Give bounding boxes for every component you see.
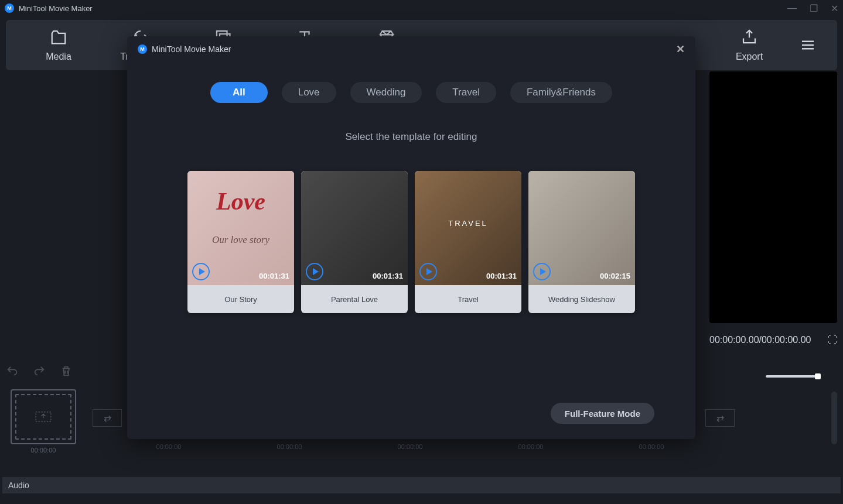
timeline-tools	[6, 365, 73, 378]
tool-export-label: Export	[736, 52, 763, 62]
app-title: MiniTool Movie Maker	[19, 4, 93, 13]
trash-icon[interactable]	[60, 365, 73, 378]
template-duration: 00:01:31	[259, 272, 289, 280]
modal-logo-icon: M	[138, 44, 147, 54]
template-duration: 00:02:15	[600, 272, 630, 280]
minimize-button[interactable]: —	[787, 3, 797, 13]
fullscreen-icon[interactable]: ⛶	[828, 335, 837, 345]
category-tabs: All Love Wedding Travel Family&Friends	[127, 82, 695, 103]
preview-panel[interactable]	[709, 71, 837, 323]
template-name: Travel	[415, 285, 521, 313]
full-feature-mode-button[interactable]: Full-Feature Mode	[551, 403, 654, 424]
close-button[interactable]: ✕	[831, 3, 838, 14]
timeline-marker: 00:00:00	[496, 443, 566, 450]
folder-icon	[50, 28, 67, 46]
play-icon[interactable]	[192, 263, 210, 280]
tool-media-label: Media	[46, 52, 71, 62]
template-grid: Love Our love story 00:01:31 Our Story 0…	[127, 171, 695, 313]
import-icon	[35, 411, 52, 423]
play-icon[interactable]	[533, 263, 551, 280]
play-icon[interactable]	[419, 263, 437, 280]
template-name: Parental Love	[301, 285, 408, 313]
category-wedding[interactable]: Wedding	[350, 82, 422, 103]
app-logo-icon: M	[5, 4, 14, 13]
modal-close-button[interactable]: ✕	[676, 43, 685, 56]
category-family-friends[interactable]: Family&Friends	[510, 82, 612, 103]
undo-icon[interactable]	[6, 365, 19, 378]
template-name: Our Story	[187, 285, 294, 313]
template-duration: 00:01:31	[486, 272, 517, 280]
preview-time: 00:00:00.00/00:00:00.00 ⛶	[709, 335, 837, 345]
tool-export[interactable]: Export	[708, 28, 790, 62]
timeline-scrollbar[interactable]	[831, 392, 837, 444]
maximize-button[interactable]: ❐	[810, 3, 818, 14]
clip-slot[interactable]	[11, 389, 76, 444]
timeline-marker: 00:00:00	[375, 443, 445, 450]
modal-prompt: Select the template for editing	[127, 131, 695, 143]
preview-time-text: 00:00:00.00/00:00:00.00	[709, 335, 811, 345]
template-thumbnail: 00:02:15	[528, 171, 635, 285]
modal-header: M MiniTool Movie Maker ✕	[127, 36, 695, 62]
play-icon[interactable]	[306, 263, 323, 280]
redo-icon[interactable]	[33, 365, 46, 378]
clip-time: 00:00:00	[11, 447, 76, 454]
category-all[interactable]: All	[210, 82, 268, 103]
timeline-marker: 00:00:00	[134, 443, 204, 450]
category-love[interactable]: Love	[282, 82, 336, 103]
template-overlay-text: Love	[187, 187, 294, 215]
audio-label: Audio	[8, 481, 29, 490]
export-icon	[740, 28, 758, 46]
modal-title: MiniTool Movie Maker	[152, 44, 231, 54]
template-our-story[interactable]: Love Our love story 00:01:31 Our Story	[187, 171, 294, 313]
template-name: Wedding Slideshow	[528, 285, 635, 313]
audio-track[interactable]: Audio	[2, 477, 841, 493]
template-thumbnail: Love Our love story 00:01:31	[187, 171, 294, 285]
category-travel[interactable]: Travel	[436, 82, 496, 103]
transition-slot[interactable]: ⇄	[93, 409, 122, 427]
template-overlay-subtext: Our love story	[187, 234, 294, 246]
template-wedding-slideshow[interactable]: 00:02:15 Wedding Slideshow	[528, 171, 635, 313]
timeline-marker: 00:00:00	[616, 443, 687, 450]
template-thumbnail: 00:01:31	[301, 171, 408, 285]
tool-media[interactable]: Media	[18, 28, 100, 62]
template-parental-love[interactable]: 00:01:31 Parental Love	[301, 171, 408, 313]
template-duration: 00:01:31	[373, 272, 403, 280]
hamburger-icon	[799, 36, 817, 54]
transition-slot[interactable]: ⇄	[705, 409, 735, 427]
timeline-zoom-slider[interactable]	[766, 375, 818, 378]
template-modal: M MiniTool Movie Maker ✕ All Love Weddin…	[127, 36, 695, 439]
title-bar: M MiniTool Movie Maker — ❐ ✕	[0, 0, 843, 16]
timeline-marker: 00:00:00	[254, 443, 325, 450]
template-travel[interactable]: TRAVEL 00:01:31 Travel	[415, 171, 521, 313]
tool-menu[interactable]	[790, 36, 825, 54]
template-overlay-text: TRAVEL	[415, 219, 521, 228]
template-thumbnail: TRAVEL 00:01:31	[415, 171, 521, 285]
